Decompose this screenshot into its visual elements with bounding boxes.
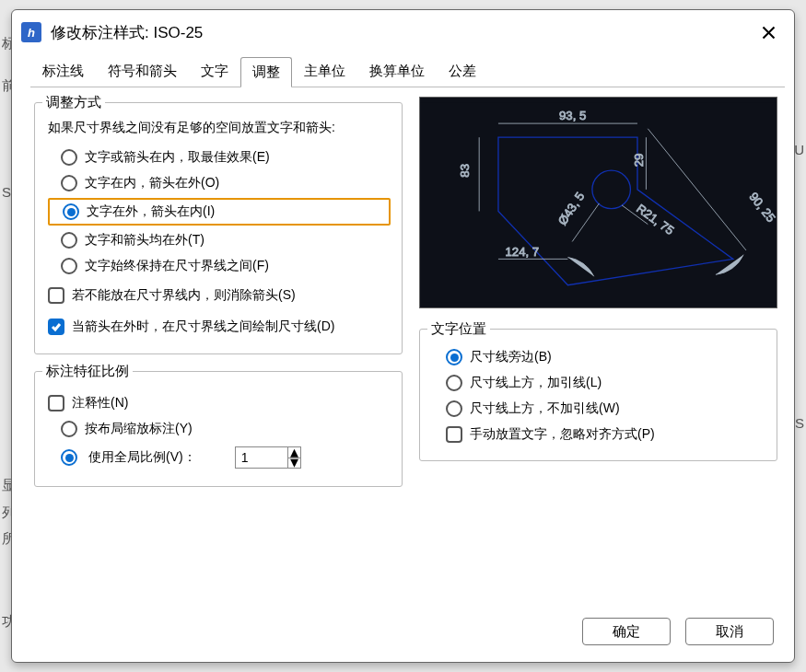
textpos-option-1-label: 尺寸线上方，加引线(L) bbox=[470, 375, 602, 391]
suppress-arrows-label: 若不能放在尺寸界线内，则消除箭头(S) bbox=[72, 287, 296, 304]
fit-option-3[interactable]: 文字和箭头均在外(T) bbox=[48, 227, 391, 253]
suppress-arrows-check[interactable]: 若不能放在尺寸界线内，则消除箭头(S) bbox=[48, 283, 391, 308]
fit-option-1[interactable]: 文字在内，箭头在外(O) bbox=[48, 170, 391, 196]
fit-group: 调整方式 如果尺寸界线之间没有足够的空间放置文字和箭头: 文字或箭头在内，取最佳… bbox=[34, 102, 403, 354]
fit-option-0-label: 文字或箭头在内，取最佳效果(E) bbox=[85, 149, 270, 166]
manual-place-check[interactable]: 手动放置文字，忽略对齐方式(P) bbox=[433, 422, 765, 447]
textpos-option-0-label: 尺寸线旁边(B) bbox=[470, 349, 552, 365]
layout-scale-label: 按布局缩放标注(Y) bbox=[85, 421, 193, 437]
annotative-check[interactable]: 注释性(N) bbox=[48, 390, 391, 416]
textpos-group-title: 文字位置 bbox=[427, 320, 490, 338]
fit-option-2[interactable]: 文字在外，箭头在内(I) bbox=[48, 198, 391, 226]
textpos-option-0[interactable]: 尺寸线旁边(B) bbox=[433, 344, 765, 370]
close-icon bbox=[762, 26, 776, 40]
fit-option-4[interactable]: 文字始终保持在尺寸界线之间(F) bbox=[48, 253, 391, 279]
draw-dimline-check[interactable]: 当箭头在外时，在尺寸界线之间绘制尺寸线(D) bbox=[48, 312, 391, 341]
global-scale-input[interactable]: ▴▾ bbox=[235, 446, 301, 469]
tab-bar: 标注线 符号和箭头 文字 调整 主单位 换算单位 公差 bbox=[30, 56, 785, 87]
tab-dimlines[interactable]: 标注线 bbox=[30, 56, 96, 87]
scale-group-title: 标注特征比例 bbox=[42, 363, 133, 380]
spin-down-icon[interactable]: ▾ bbox=[288, 458, 300, 469]
tab-tol[interactable]: 公差 bbox=[437, 56, 488, 87]
close-button[interactable] bbox=[752, 19, 785, 45]
textpos-option-1[interactable]: 尺寸线上方，加引线(L) bbox=[433, 370, 765, 396]
tab-alt[interactable]: 换算单位 bbox=[357, 56, 437, 87]
global-scale-field[interactable] bbox=[236, 447, 287, 468]
fit-option-1-label: 文字在内，箭头在外(O) bbox=[85, 175, 219, 191]
fit-group-title: 调整方式 bbox=[42, 94, 105, 111]
dim-style-dialog: h 修改标注样式: ISO-25 标注线 符号和箭头 文字 调整 主单位 换算单… bbox=[11, 9, 795, 663]
textpos-option-2-label: 尺寸线上方，不加引线(W) bbox=[470, 400, 620, 417]
fit-option-3-label: 文字和箭头均在外(T) bbox=[85, 232, 204, 249]
scale-group: 标注特征比例 注释性(N) 按布局缩放标注(Y) 使用全局比例(V)： ▴▾ bbox=[34, 371, 403, 487]
draw-dimline-label: 当箭头在外时，在尺寸界线之间绘制尺寸线(D) bbox=[72, 317, 334, 336]
fit-option-2-label: 文字在外，箭头在内(I) bbox=[87, 203, 215, 220]
fit-desc: 如果尺寸界线之间没有足够的空间放置文字和箭头: bbox=[48, 118, 391, 137]
global-scale-radio[interactable]: 使用全局比例(V)： ▴▾ bbox=[48, 442, 391, 473]
tab-primary[interactable]: 主单位 bbox=[292, 56, 357, 87]
textpos-option-2[interactable]: 尺寸线上方，不加引线(W) bbox=[433, 396, 765, 422]
layout-scale-radio[interactable]: 按布局缩放标注(Y) bbox=[48, 416, 391, 442]
svg-text:124, 7: 124, 7 bbox=[506, 245, 540, 259]
svg-text:83: 83 bbox=[458, 164, 472, 178]
window-title: 修改标注样式: ISO-25 bbox=[51, 22, 203, 43]
cancel-button[interactable]: 取消 bbox=[685, 618, 774, 645]
app-icon: h bbox=[21, 22, 41, 42]
titlebar: h 修改标注样式: ISO-25 bbox=[12, 10, 794, 49]
ok-button[interactable]: 确定 bbox=[582, 618, 671, 645]
tab-fit[interactable]: 调整 bbox=[240, 57, 292, 87]
dialog-footer: 确定 取消 bbox=[12, 607, 794, 662]
preview-pane: 93, 5 83 29 Ø43, 5 R21, 75 90, 25 124, 7 bbox=[419, 97, 777, 308]
annotative-label: 注释性(N) bbox=[72, 395, 128, 411]
svg-text:93, 5: 93, 5 bbox=[559, 109, 586, 122]
manual-place-label: 手动放置文字，忽略对齐方式(P) bbox=[470, 426, 655, 443]
fit-option-0[interactable]: 文字或箭头在内，取最佳效果(E) bbox=[48, 145, 391, 170]
tab-symbols[interactable]: 符号和箭头 bbox=[96, 56, 189, 87]
fit-option-4-label: 文字始终保持在尺寸界线之间(F) bbox=[85, 258, 269, 274]
textpos-group: 文字位置 尺寸线旁边(B) 尺寸线上方，加引线(L) 尺寸线上方，不加引线(W)… bbox=[419, 329, 777, 461]
global-scale-label: 使用全局比例(V)： bbox=[88, 449, 196, 466]
tab-text[interactable]: 文字 bbox=[189, 56, 240, 87]
svg-text:29: 29 bbox=[632, 154, 646, 168]
